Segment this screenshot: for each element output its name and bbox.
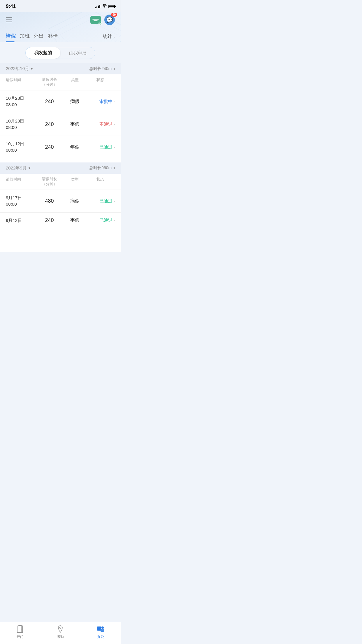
row-type: 事假 — [64, 217, 86, 223]
row-duration: 240 — [35, 99, 64, 105]
month-label-sep[interactable]: 2022年9月 ▾ — [6, 165, 30, 171]
stats-link[interactable]: 统计 › — [103, 34, 115, 40]
table-header-sep: 请假时间 请假时长 （分钟） 类型 状态 — [0, 174, 121, 190]
row-duration: 240 — [35, 121, 64, 127]
row-status: 已通过 › — [86, 144, 115, 150]
segment-control: 我发起的 由我审批 — [25, 47, 95, 59]
status-time: 9:41 — [6, 4, 16, 9]
month-total-oct: 总时长240min — [89, 66, 115, 71]
month-chevron-icon-sep: ▾ — [29, 166, 30, 170]
month-label-oct[interactable]: 2022年10月 ▾ — [6, 66, 33, 71]
menu-button[interactable] — [6, 18, 12, 22]
check-badge — [99, 22, 102, 25]
th-duration-oct: 请假时长 （分钟） — [35, 77, 64, 87]
wifi-icon — [102, 4, 107, 9]
row-type: 年假 — [64, 144, 86, 150]
tab-overtime[interactable]: 加班 — [20, 31, 34, 42]
table-row[interactable]: 10月23日 08:00 240 事假 不通过 › — [0, 113, 121, 136]
message-icon: 💬 — [106, 17, 113, 23]
row-chevron-icon: › — [114, 122, 115, 127]
row-duration: 240 — [35, 144, 64, 150]
th-time-oct: 请假时间 — [6, 77, 35, 87]
segment-approved[interactable]: 由我审批 — [60, 47, 95, 59]
th-time-sep: 请假时间 — [6, 177, 35, 187]
row-type: 病假 — [64, 99, 86, 105]
menu-line-2 — [6, 20, 12, 20]
dash-line-1 — [92, 19, 99, 20]
th-type-oct: 类型 — [64, 77, 86, 87]
battery-icon — [108, 5, 115, 8]
month-header-sep: 2022年9月 ▾ 总时长960min — [0, 162, 121, 174]
row-date: 10月28日 08:00 — [6, 95, 35, 108]
dash-line-2 — [94, 20, 98, 21]
row-type: 事假 — [64, 121, 86, 127]
row-chevron-icon: › — [114, 199, 115, 203]
tab-outing[interactable]: 外出 — [34, 31, 48, 42]
table-row[interactable]: 10月28日 08:00 240 病假 审批中 › — [0, 90, 121, 113]
th-status-oct: 状态 — [86, 77, 115, 87]
row-status: 不通过 › — [86, 122, 115, 127]
row-date: 10月12日 08:00 — [6, 141, 35, 154]
month-chevron-icon-oct: ▾ — [31, 67, 33, 71]
month-total-sep: 总时长960min — [89, 165, 115, 171]
table-row[interactable]: 9月17日 08:00 480 病假 已通过 › — [0, 190, 121, 212]
month-section-oct: 2022年10月 ▾ 总时长240min — [0, 63, 121, 74]
segment-initiated[interactable]: 我发起的 — [26, 47, 60, 59]
th-type-sep: 类型 — [64, 177, 86, 187]
row-duration: 240 — [35, 217, 64, 223]
th-duration-sep: 请假时长 （分钟） — [35, 177, 64, 187]
table-header-oct: 请假时间 请假时长 （分钟） 类型 状态 — [0, 74, 121, 90]
row-status: 已通过 › — [86, 218, 115, 223]
message-badge: 99 — [111, 13, 117, 17]
month-header-oct: 2022年10月 ▾ 总时长240min — [0, 63, 121, 74]
row-date: 10月23日 08:00 — [6, 118, 35, 131]
dashboard-button[interactable] — [90, 16, 101, 24]
status-bar: 9:41 — [0, 0, 121, 12]
signal-icon — [95, 5, 100, 8]
segment-control-wrap: 我发起的 由我审批 — [0, 42, 121, 59]
menu-line-1 — [6, 18, 12, 18]
row-date: 9月17日 08:00 — [6, 195, 35, 208]
toolbar-right: 💬 99 — [90, 15, 115, 25]
tab-leave[interactable]: 请假 — [6, 31, 20, 42]
header-area: 💬 99 请假 加班 外出 补卡 统计 › — [0, 12, 121, 42]
toolbar: 💬 99 — [6, 12, 115, 29]
row-chevron-icon: › — [114, 99, 115, 104]
table-row[interactable]: 9月12日 240 事假 已通过 › — [0, 212, 121, 229]
main-tabs: 请假 加班 外出 补卡 统计 › — [6, 29, 115, 42]
row-duration: 480 — [35, 198, 64, 204]
row-status: 审批中 › — [86, 99, 115, 104]
menu-line-3 — [6, 22, 12, 22]
message-button[interactable]: 💬 99 — [104, 15, 115, 25]
stats-chevron-icon: › — [113, 34, 115, 39]
month-section-sep: 2022年9月 ▾ 总时长960min — [0, 162, 121, 174]
table-row[interactable]: 10月12日 08:00 240 年假 已通过 › — [0, 136, 121, 158]
row-type: 病假 — [64, 198, 86, 204]
status-icons — [95, 4, 115, 9]
row-chevron-icon: › — [114, 145, 115, 149]
tab-supplement[interactable]: 补卡 — [48, 31, 62, 42]
content-area: 2022年10月 ▾ 总时长240min 请假时间 请假时长 （分钟） 类型 状… — [0, 63, 121, 252]
th-status-sep: 状态 — [86, 177, 115, 187]
row-status: 已通过 › — [86, 198, 115, 204]
row-date: 9月12日 — [6, 217, 35, 224]
row-chevron-icon: › — [114, 218, 115, 223]
